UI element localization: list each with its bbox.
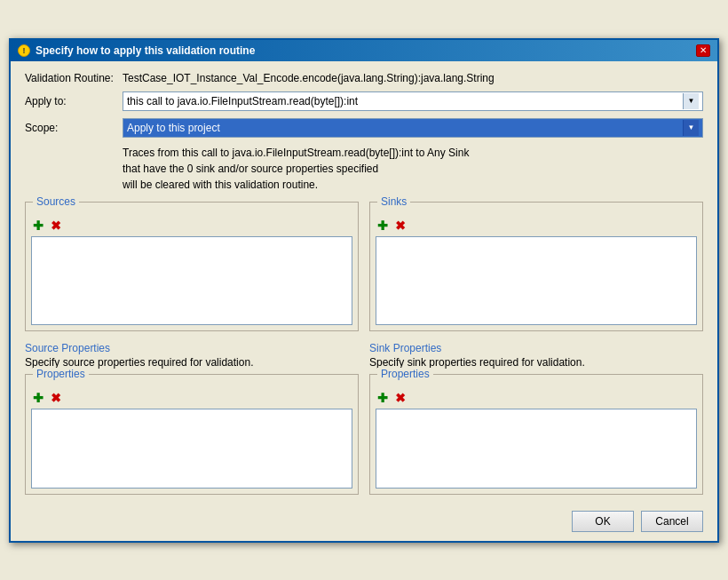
sinks-toolbar: ✚ ✖ <box>376 218 697 233</box>
sink-properties-panel-content: ✚ ✖ <box>370 387 702 494</box>
apply-to-label: Apply to: <box>25 95 123 107</box>
source-properties-panel-label: Properties <box>33 368 89 380</box>
sink-properties-section: Sink Properties Specify sink properties … <box>369 342 703 495</box>
scope-row: Scope: Apply to this project ▼ <box>25 118 703 138</box>
sink-props-remove-button[interactable]: ✖ <box>393 391 408 405</box>
validation-routine-label: Validation Routine: <box>25 72 123 84</box>
sinks-panel: Sinks ✚ ✖ <box>369 202 703 331</box>
source-properties-label: Source Properties <box>25 342 359 354</box>
sources-sinks-row: Sources ✚ ✖ Sinks ✚ ✖ <box>25 202 703 331</box>
source-properties-desc: Specify source properties required for v… <box>25 356 359 369</box>
sources-list[interactable] <box>31 236 352 325</box>
source-props-toolbar: ✚ ✖ <box>31 391 352 405</box>
source-properties-section: Source Properties Specify source propert… <box>25 342 359 495</box>
scope-value: Apply to this project <box>127 122 683 134</box>
title-bar-left: ! Specify how to apply this validation r… <box>18 44 255 57</box>
validation-routine-row: Validation Routine: TestCase_IOT_Instanc… <box>25 72 703 84</box>
sources-add-button[interactable]: ✚ <box>31 218 45 233</box>
cancel-button[interactable]: Cancel <box>641 511 703 532</box>
info-text: Traces from this call to java.io.FileInp… <box>123 145 703 193</box>
sink-properties-desc: Specify sink properties required for val… <box>369 356 703 369</box>
sources-panel: Sources ✚ ✖ <box>25 202 359 331</box>
dialog: ! Specify how to apply this validation r… <box>9 38 719 543</box>
scope-label: Scope: <box>25 122 123 134</box>
sink-properties-panel-label: Properties <box>377 368 433 380</box>
title-bar: ! Specify how to apply this validation r… <box>11 40 717 61</box>
sources-toolbar: ✚ ✖ <box>31 218 352 233</box>
close-button[interactable]: ✕ <box>696 44 710 57</box>
sinks-panel-content: ✚ ✖ <box>370 215 702 330</box>
sinks-list[interactable] <box>376 236 697 325</box>
sinks-label: Sinks <box>377 195 410 208</box>
apply-to-arrow[interactable]: ▼ <box>683 93 699 109</box>
scope-arrow[interactable]: ▼ <box>683 120 699 136</box>
properties-row: Source Properties Specify source propert… <box>25 342 703 495</box>
source-props-list[interactable] <box>31 409 352 489</box>
source-props-remove-button[interactable]: ✖ <box>49 391 63 405</box>
dialog-title: Specify how to apply this validation rou… <box>36 44 255 57</box>
sources-panel-content: ✚ ✖ <box>26 215 358 330</box>
validation-routine-value: TestCase_IOT_Instance_Val_Encode.encode(… <box>123 72 495 84</box>
bottom-buttons: OK Cancel <box>11 505 717 541</box>
sink-properties-label: Sink Properties <box>369 342 703 354</box>
apply-to-row: Apply to: this call to java.io.FileInput… <box>25 91 703 111</box>
dialog-icon: ! <box>18 44 30 57</box>
scope-combo[interactable]: Apply to this project ▼ <box>123 118 703 138</box>
source-properties-panel-content: ✚ ✖ <box>26 387 358 494</box>
sinks-remove-button[interactable]: ✖ <box>393 218 408 233</box>
sources-remove-button[interactable]: ✖ <box>49 218 63 233</box>
dialog-body: Validation Routine: TestCase_IOT_Instanc… <box>11 61 717 505</box>
sink-props-list[interactable] <box>376 409 697 489</box>
apply-to-combo[interactable]: this call to java.io.FileInputStream.rea… <box>123 91 703 111</box>
ok-button[interactable]: OK <box>572 511 634 532</box>
sources-label: Sources <box>33 195 79 208</box>
source-props-add-button[interactable]: ✚ <box>31 391 45 405</box>
apply-to-value: this call to java.io.FileInputStream.rea… <box>127 95 683 107</box>
sinks-add-button[interactable]: ✚ <box>376 218 390 233</box>
sink-props-toolbar: ✚ ✖ <box>376 391 697 405</box>
source-properties-panel: Properties ✚ ✖ <box>25 374 359 495</box>
sink-props-add-button[interactable]: ✚ <box>376 391 390 405</box>
sink-properties-panel: Properties ✚ ✖ <box>369 374 703 495</box>
